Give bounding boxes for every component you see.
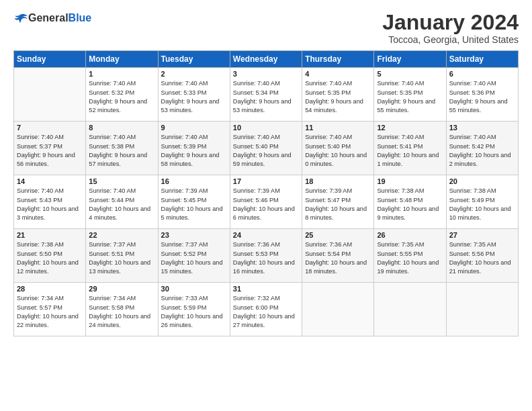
day-info: Sunrise: 7:33 AMSunset: 5:59 PMDaylight:… xyxy=(161,294,227,330)
page: GeneralBlue January 2024 Toccoa, Georgia… xyxy=(0,0,532,411)
sunset-text: Sunset: 5:38 PM xyxy=(89,143,134,150)
calendar-cell-1-5: 12Sunrise: 7:40 AMSunset: 5:41 PMDayligh… xyxy=(374,122,446,175)
sunrise-text: Sunrise: 7:40 AM xyxy=(89,80,136,87)
day-number: 2 xyxy=(161,70,227,78)
day-info: Sunrise: 7:40 AMSunset: 5:42 PMDaylight:… xyxy=(449,133,515,169)
sunrise-text: Sunrise: 7:39 AM xyxy=(161,187,208,194)
sunrise-text: Sunrise: 7:38 AM xyxy=(449,187,496,194)
calendar-cell-3-6: 27Sunrise: 7:35 AMSunset: 5:56 PMDayligh… xyxy=(446,229,518,283)
day-number: 7 xyxy=(17,124,83,132)
week-row-2: 7Sunrise: 7:40 AMSunset: 5:37 PMDaylight… xyxy=(14,122,519,175)
header-friday: Friday xyxy=(374,51,446,68)
day-info: Sunrise: 7:40 AMSunset: 5:38 PMDaylight:… xyxy=(89,133,154,169)
sunrise-text: Sunrise: 7:40 AM xyxy=(233,134,280,140)
daylight-text: Daylight: 9 hours and 53 minutes. xyxy=(233,98,292,113)
day-info: Sunrise: 7:38 AMSunset: 5:50 PMDaylight:… xyxy=(17,240,83,276)
day-info: Sunrise: 7:39 AMSunset: 5:45 PMDaylight:… xyxy=(161,187,227,222)
calendar-cell-4-2: 30Sunrise: 7:33 AMSunset: 5:59 PMDayligh… xyxy=(158,283,230,336)
sunset-text: Sunset: 5:35 PM xyxy=(305,89,351,96)
day-info: Sunrise: 7:34 AMSunset: 5:57 PMDaylight:… xyxy=(17,294,83,330)
daylight-text: Daylight: 10 hours and 5 minutes. xyxy=(161,205,223,221)
calendar-cell-1-0: 7Sunrise: 7:40 AMSunset: 5:37 PMDaylight… xyxy=(14,122,86,175)
daylight-text: Daylight: 10 hours and 13 minutes. xyxy=(89,259,150,275)
month-title: January 2024 xyxy=(382,11,519,34)
sunrise-text: Sunrise: 7:40 AM xyxy=(17,187,64,194)
calendar-cell-4-3: 31Sunrise: 7:32 AMSunset: 6:00 PMDayligh… xyxy=(230,283,302,336)
day-info: Sunrise: 7:40 AMSunset: 5:34 PMDaylight:… xyxy=(233,79,299,115)
sunset-text: Sunset: 5:48 PM xyxy=(377,197,423,203)
day-number: 18 xyxy=(305,177,371,185)
calendar-cell-4-0: 28Sunrise: 7:34 AMSunset: 5:57 PMDayligh… xyxy=(14,283,86,336)
day-number: 27 xyxy=(449,231,515,239)
day-number: 20 xyxy=(449,177,515,185)
day-number: 17 xyxy=(233,177,299,185)
sunset-text: Sunset: 5:49 PM xyxy=(449,197,495,203)
sunset-text: Sunset: 6:00 PM xyxy=(233,304,279,311)
daylight-text: Daylight: 10 hours and 18 minutes. xyxy=(305,259,367,275)
sunset-text: Sunset: 5:54 PM xyxy=(305,250,351,257)
sunset-text: Sunset: 5:41 PM xyxy=(377,143,423,150)
day-number: 28 xyxy=(17,285,83,293)
sunset-text: Sunset: 5:33 PM xyxy=(161,89,207,96)
header-thursday: Thursday xyxy=(302,51,374,68)
day-info: Sunrise: 7:40 AMSunset: 5:43 PMDaylight:… xyxy=(17,187,83,222)
calendar-cell-0-6: 6Sunrise: 7:40 AMSunset: 5:36 PMDaylight… xyxy=(446,68,518,122)
sunrise-text: Sunrise: 7:35 AM xyxy=(377,241,424,248)
calendar-cell-2-6: 20Sunrise: 7:38 AMSunset: 5:49 PMDayligh… xyxy=(446,175,518,229)
day-info: Sunrise: 7:40 AMSunset: 5:35 PMDaylight:… xyxy=(377,79,443,115)
sunrise-text: Sunrise: 7:40 AM xyxy=(305,80,352,87)
day-info: Sunrise: 7:36 AMSunset: 5:53 PMDaylight:… xyxy=(233,240,299,276)
daylight-text: Daylight: 10 hours and 10 minutes. xyxy=(449,205,511,221)
sunrise-text: Sunrise: 7:37 AM xyxy=(161,241,208,248)
calendar-cell-0-5: 5Sunrise: 7:40 AMSunset: 5:35 PMDaylight… xyxy=(374,68,446,122)
week-row-5: 28Sunrise: 7:34 AMSunset: 5:57 PMDayligh… xyxy=(14,283,519,336)
daylight-text: Daylight: 9 hours and 54 minutes. xyxy=(305,98,363,113)
day-info: Sunrise: 7:36 AMSunset: 5:54 PMDaylight:… xyxy=(305,240,371,276)
daylight-text: Daylight: 10 hours and 12 minutes. xyxy=(17,259,79,275)
day-number: 21 xyxy=(17,231,83,239)
sunrise-text: Sunrise: 7:34 AM xyxy=(89,295,136,302)
daylight-text: Daylight: 10 hours and 21 minutes. xyxy=(449,259,511,275)
sunset-text: Sunset: 5:45 PM xyxy=(161,197,207,203)
day-number: 30 xyxy=(161,285,227,293)
calendar-cell-2-1: 15Sunrise: 7:40 AMSunset: 5:44 PMDayligh… xyxy=(86,175,158,229)
day-number: 23 xyxy=(161,231,227,239)
day-number: 16 xyxy=(161,177,227,185)
day-number: 15 xyxy=(89,177,154,185)
header: GeneralBlue January 2024 Toccoa, Georgia… xyxy=(13,11,519,45)
sunrise-text: Sunrise: 7:34 AM xyxy=(17,295,64,302)
week-row-3: 14Sunrise: 7:40 AMSunset: 5:43 PMDayligh… xyxy=(14,175,519,229)
day-number: 24 xyxy=(233,231,299,239)
day-number: 12 xyxy=(377,124,443,132)
day-number: 22 xyxy=(89,231,154,239)
calendar-cell-2-0: 14Sunrise: 7:40 AMSunset: 5:43 PMDayligh… xyxy=(14,175,86,229)
daylight-text: Daylight: 10 hours and 9 minutes. xyxy=(377,205,439,221)
day-info: Sunrise: 7:40 AMSunset: 5:33 PMDaylight:… xyxy=(161,79,227,115)
calendar-cell-3-4: 25Sunrise: 7:36 AMSunset: 5:54 PMDayligh… xyxy=(302,229,374,283)
calendar-cell-1-2: 9Sunrise: 7:40 AMSunset: 5:39 PMDaylight… xyxy=(158,122,230,175)
calendar-cell-2-3: 17Sunrise: 7:39 AMSunset: 5:46 PMDayligh… xyxy=(230,175,302,229)
sunrise-text: Sunrise: 7:39 AM xyxy=(305,187,352,194)
calendar-cell-4-6 xyxy=(446,283,518,336)
daylight-text: Daylight: 9 hours and 55 minutes. xyxy=(449,98,508,113)
daylight-text: Daylight: 10 hours and 26 minutes. xyxy=(161,313,223,328)
sunset-text: Sunset: 5:46 PM xyxy=(233,197,279,203)
sunset-text: Sunset: 5:52 PM xyxy=(161,250,207,257)
calendar-cell-0-2: 2Sunrise: 7:40 AMSunset: 5:33 PMDaylight… xyxy=(158,68,230,122)
daylight-text: Daylight: 9 hours and 52 minutes. xyxy=(89,98,147,113)
daylight-text: Daylight: 9 hours and 57 minutes. xyxy=(89,152,147,167)
day-info: Sunrise: 7:38 AMSunset: 5:48 PMDaylight:… xyxy=(377,187,443,222)
sunset-text: Sunset: 5:35 PM xyxy=(377,89,423,96)
calendar-cell-3-5: 26Sunrise: 7:35 AMSunset: 5:55 PMDayligh… xyxy=(374,229,446,283)
sunrise-text: Sunrise: 7:40 AM xyxy=(377,80,424,87)
calendar-cell-4-4 xyxy=(302,283,374,336)
sunrise-text: Sunrise: 7:40 AM xyxy=(161,134,208,140)
sunrise-text: Sunrise: 7:39 AM xyxy=(233,187,280,194)
calendar-cell-1-1: 8Sunrise: 7:40 AMSunset: 5:38 PMDaylight… xyxy=(86,122,158,175)
sunrise-text: Sunrise: 7:40 AM xyxy=(233,80,280,87)
day-number: 31 xyxy=(233,285,299,293)
weekday-header-row: Sunday Monday Tuesday Wednesday Thursday… xyxy=(14,51,519,68)
day-info: Sunrise: 7:40 AMSunset: 5:40 PMDaylight:… xyxy=(233,133,299,169)
daylight-text: Daylight: 9 hours and 58 minutes. xyxy=(161,152,220,167)
daylight-text: Daylight: 10 hours and 2 minutes. xyxy=(449,152,511,167)
